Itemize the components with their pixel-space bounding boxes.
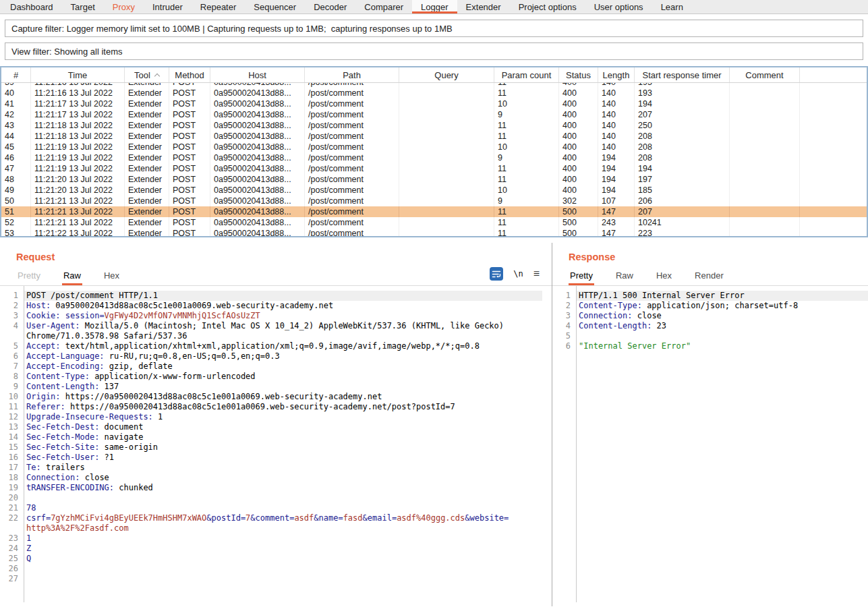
- column-header-param-count[interactable]: Param count: [494, 67, 559, 82]
- request-editor[interactable]: 1POST /post/comment HTTP/1.12Host: 0a950…: [0, 286, 552, 602]
- response-title: Response: [569, 252, 868, 262]
- capture-filter-bar[interactable]: Capture filter: Logger memory limit set …: [5, 20, 863, 37]
- line-number: 5: [0, 341, 24, 351]
- editor-line: 22csrf=7gYzhMCiFvi4gBEyUEEk7HmHSHM7xWAO&…: [0, 513, 552, 533]
- log-row-50[interactable]: 5011:21:21 13 Jul 2022ExtenderPOST0a9500…: [1, 196, 867, 206]
- log-row-51[interactable]: 5111:21:21 13 Jul 2022ExtenderPOST0a9500…: [1, 206, 867, 217]
- column-label: Query: [434, 70, 458, 80]
- cell: 10: [494, 142, 559, 152]
- cell: 147: [598, 206, 635, 217]
- line-text: Accept-Encoding: gzip, deflate: [24, 362, 542, 372]
- cell: Extender: [125, 98, 169, 109]
- tab-logger[interactable]: Logger: [412, 0, 457, 13]
- cell: 11: [494, 131, 559, 142]
- editor-line: 3Connection: close: [552, 311, 868, 321]
- tab-intruder[interactable]: Intruder: [144, 0, 192, 13]
- tab-sequencer[interactable]: Sequencer: [245, 0, 305, 13]
- log-row-48[interactable]: 4811:21:20 13 Jul 2022ExtenderPOST0a9500…: [1, 174, 867, 185]
- tab-comparer[interactable]: Comparer: [355, 0, 412, 13]
- cell: 140: [598, 98, 635, 109]
- tab-proxy[interactable]: Proxy: [104, 0, 144, 13]
- column-header-length[interactable]: Length: [598, 67, 635, 82]
- newline-toggle-icon[interactable]: \n: [513, 269, 523, 279]
- view-filter-bar[interactable]: View filter: Showing all items: [5, 42, 863, 60]
- column-header-[interactable]: #: [1, 67, 31, 82]
- line-number: 22: [0, 513, 24, 533]
- log-row-43[interactable]: 4311:21:18 13 Jul 2022ExtenderPOST0a9500…: [1, 120, 867, 131]
- log-row-49[interactable]: 4911:21:20 13 Jul 2022ExtenderPOST0a9500…: [1, 185, 867, 196]
- cell: 11:21:22 13 Jul 2022: [31, 228, 125, 236]
- tab-render[interactable]: Render: [693, 268, 725, 285]
- tab-hex[interactable]: Hex: [103, 268, 121, 285]
- tab-decoder[interactable]: Decoder: [305, 0, 355, 13]
- tab-hex[interactable]: Hex: [655, 268, 673, 285]
- tab-repeater[interactable]: Repeater: [192, 0, 245, 13]
- cell: [399, 228, 494, 236]
- editor-line: 3Cookie: session=VgFWy4D2vMfON7vMNMhjQ1S…: [0, 311, 552, 321]
- tab-user-options[interactable]: User options: [585, 0, 652, 13]
- line-text: Upgrade-Insecure-Requests: 1: [24, 412, 542, 422]
- tab-raw[interactable]: Raw: [614, 268, 635, 285]
- cell: [730, 152, 800, 163]
- line-text: Connection: close: [24, 473, 542, 483]
- cell: Extender: [125, 88, 169, 98]
- cell: 243: [598, 217, 635, 228]
- cell: 11:21:17 13 Jul 2022: [31, 98, 125, 109]
- tab-target[interactable]: Target: [62, 0, 104, 13]
- response-editor[interactable]: 1HTTP/1.1 500 Internal Server Error2Cont…: [552, 286, 868, 602]
- log-row-39[interactable]: 3911:21:16 13 Jul 2022ExtenderPOST0a9500…: [1, 83, 867, 88]
- column-label: #: [13, 70, 18, 80]
- cell: 206: [635, 196, 730, 206]
- cell: POST: [169, 152, 210, 163]
- cell: 11:21:17 13 Jul 2022: [31, 109, 125, 120]
- cell: 11:21:20 13 Jul 2022: [31, 185, 125, 196]
- cell: 48: [1, 174, 31, 185]
- log-row-53[interactable]: 5311:21:22 13 Jul 2022ExtenderPOST0a9500…: [1, 228, 867, 236]
- line-number: 9: [0, 382, 24, 392]
- column-label: Method: [175, 70, 204, 80]
- request-tab-row: PrettyRawHex \n ≡: [0, 268, 552, 286]
- cell: 140: [598, 83, 635, 88]
- log-row-52[interactable]: 5211:21:21 13 Jul 2022ExtenderPOST0a9500…: [1, 217, 867, 228]
- tab-pretty[interactable]: Pretty: [569, 268, 594, 285]
- column-header-status[interactable]: Status: [559, 67, 598, 82]
- tab-extender[interactable]: Extender: [457, 0, 510, 13]
- request-panel: Request PrettyRawHex \n ≡ 1POST /post/co…: [0, 243, 552, 606]
- column-header-host[interactable]: Host: [210, 67, 305, 82]
- cell: 9: [494, 196, 559, 206]
- tab-project-options[interactable]: Project options: [510, 0, 585, 13]
- column-header-tool[interactable]: Tool: [125, 67, 169, 82]
- log-row-41[interactable]: 4111:21:17 13 Jul 2022ExtenderPOST0a9500…: [1, 98, 867, 109]
- word-wrap-icon[interactable]: [490, 267, 503, 281]
- column-header-comment[interactable]: Comment: [730, 67, 800, 82]
- log-row-47[interactable]: 4711:21:19 13 Jul 2022ExtenderPOST0a9500…: [1, 163, 867, 174]
- cell: /post/comment: [305, 217, 399, 228]
- cell: 39: [1, 83, 31, 88]
- tab-raw[interactable]: Raw: [62, 268, 82, 285]
- column-header-path[interactable]: Path: [305, 67, 399, 82]
- column-header-time[interactable]: Time: [31, 67, 125, 82]
- log-table-viewport[interactable]: 3911:21:16 13 Jul 2022ExtenderPOST0a9500…: [1, 83, 867, 236]
- log-row-40[interactable]: 4011:21:16 13 Jul 2022ExtenderPOST0a9500…: [1, 88, 867, 98]
- editor-line: 25Q: [0, 554, 552, 564]
- cell: Extender: [125, 109, 169, 120]
- tab-learn[interactable]: Learn: [652, 0, 692, 13]
- cell: [730, 228, 800, 236]
- log-row-44[interactable]: 4411:21:18 13 Jul 2022ExtenderPOST0a9500…: [1, 131, 867, 142]
- column-header-start-response-timer[interactable]: Start response timer: [635, 67, 730, 82]
- cell: [800, 142, 867, 152]
- tab-dashboard[interactable]: Dashboard: [1, 0, 62, 13]
- tab-pretty[interactable]: Pretty: [16, 268, 42, 285]
- column-header-method[interactable]: Method: [169, 67, 210, 82]
- line-number: 16: [0, 453, 24, 463]
- cell: 194: [598, 174, 635, 185]
- log-row-45[interactable]: 4511:21:19 13 Jul 2022ExtenderPOST0a9500…: [1, 142, 867, 152]
- message-panels: Request PrettyRawHex \n ≡ 1POST /post/co…: [0, 243, 868, 606]
- editor-menu-icon[interactable]: ≡: [533, 269, 540, 279]
- line-number: 1: [0, 291, 24, 301]
- log-table-header: #TimeToolMethodHostPathQueryParam countS…: [1, 67, 867, 83]
- column-label: Status: [566, 70, 591, 80]
- column-header-query[interactable]: Query: [399, 67, 494, 82]
- log-row-42[interactable]: 4211:21:17 13 Jul 2022ExtenderPOST0a9500…: [1, 109, 867, 120]
- log-row-46[interactable]: 4611:21:19 13 Jul 2022ExtenderPOST0a9500…: [1, 152, 867, 163]
